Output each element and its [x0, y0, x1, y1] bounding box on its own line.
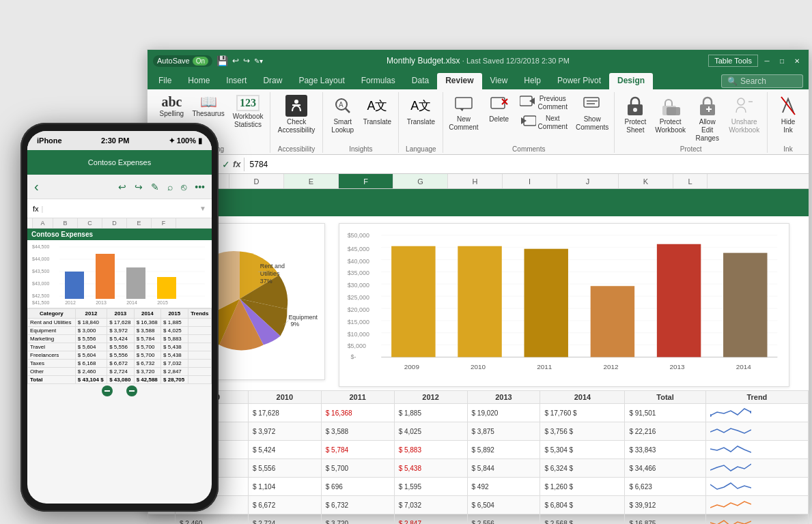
translate-button[interactable]: A文 Translate — [361, 93, 394, 128]
col-header-g[interactable]: G — [393, 174, 448, 188]
tab-draw[interactable]: Draw — [255, 73, 290, 89]
iphone-th-2014: 2014 — [134, 309, 160, 319]
svg-rect-39 — [667, 107, 680, 115]
search-placeholder: Search — [740, 76, 766, 86]
protect-sheet-button[interactable]: ProtectSheet — [620, 93, 650, 136]
redo-icon[interactable]: ↪ — [243, 56, 250, 66]
column-header-row: C D E F G H I J K L — [148, 174, 809, 189]
previous-comment-button[interactable]: PreviousComment — [517, 93, 570, 113]
workbook-stats-button[interactable]: 123 WorkbookStatistics — [230, 93, 266, 130]
iphone-redo-icon[interactable]: ↪ — [135, 181, 143, 192]
excel-window: AutoSave On 💾 ↩ ↪ ✎▾ Monthly Budget.xlsx… — [147, 49, 809, 513]
iphone-battery: ✦ 100% ▮ — [169, 136, 202, 145]
tab-file[interactable]: File — [150, 73, 180, 89]
smart-lookup-button[interactable]: A SmartLookup — [328, 93, 358, 136]
col-header-d[interactable]: D — [229, 174, 284, 188]
iphone-more-icon[interactable]: ••• — [195, 181, 205, 192]
svg-rect-24 — [456, 98, 472, 108]
col-header-h[interactable]: H — [448, 174, 503, 188]
table-row: $ 18,840$ 17,628$ 16,368$ 1,885$ 19,020$… — [148, 404, 809, 422]
svg-text:9%: 9% — [290, 321, 299, 328]
ink-label: Ink — [783, 144, 792, 153]
svg-text:$25,000: $25,000 — [348, 294, 369, 301]
spelling-button[interactable]: abc Spelling — [156, 93, 186, 119]
table-row: $ 1,476$ 1,104$ 696$ 1,595$ 492$ 1,260 $… — [148, 478, 809, 496]
formula-input[interactable]: 5784 — [247, 158, 806, 171]
col-header-e[interactable]: E — [284, 174, 339, 188]
new-comment-button[interactable]: NewComment — [446, 93, 481, 133]
bar-chart-svg: $50,000 $45,000 $40,000 $35,000 $30,000 … — [339, 224, 789, 386]
iphone-col-headers: A B C D E F — [27, 218, 212, 229]
iphone-search-icon[interactable]: ⌕ — [167, 181, 173, 192]
svg-text:$44,000: $44,000 — [32, 257, 49, 261]
check-accessibility-button[interactable]: CheckAccessibility — [275, 93, 318, 136]
tab-formulas[interactable]: Formulas — [353, 73, 404, 89]
language-translate-button[interactable]: A文 Translate — [404, 93, 438, 128]
iphone-row-taxes: Taxes$ 6,168$ 6,672$ 6,732$ 7,032 — [28, 360, 212, 368]
prev-comment-icon — [520, 95, 536, 111]
restore-btn[interactable]: □ — [776, 55, 788, 67]
insert-function-icon[interactable]: fx — [233, 159, 241, 170]
iphone-back-button[interactable]: ‹ — [34, 179, 39, 194]
iphone-pencil-icon[interactable]: ✎ — [151, 181, 159, 192]
table-row: $ 6,168$ 6,672$ 6,732$ 7,032$ 6,504$ 6,8… — [148, 496, 809, 514]
close-btn[interactable]: ✕ — [791, 55, 803, 67]
search-box[interactable]: 🔍 Search — [721, 74, 803, 88]
col-header-k[interactable]: K — [619, 174, 673, 188]
iphone-undo-icon[interactable]: ↩ — [118, 181, 126, 192]
delete-comment-button[interactable]: Delete — [484, 93, 514, 125]
last-saved-text: Last Saved 12/3/2018 2:30 PM — [466, 57, 570, 65]
undo-icon[interactable]: ↩ — [232, 56, 239, 66]
hide-ink-button[interactable]: HideInk — [773, 93, 803, 136]
iphone-title-bar: Contoso Expenses — [27, 150, 212, 175]
thesaurus-button[interactable]: 📖 Thesaurus — [189, 93, 227, 119]
svg-text:2009: 2009 — [404, 363, 420, 370]
unshare-workbook-button[interactable]: UnshareWorkbook — [727, 93, 761, 136]
svg-text:Utilities: Utilities — [260, 270, 280, 277]
tab-data[interactable]: Data — [404, 73, 437, 89]
tab-design[interactable]: Design — [609, 73, 653, 89]
col-header-j[interactable]: J — [557, 174, 619, 188]
ribbon-content: abc Spelling 📖 Thesaurus 123 WorkbookSta… — [148, 89, 809, 154]
autosave-toggle[interactable]: AutoSave On — [153, 55, 212, 67]
svg-rect-12 — [96, 254, 115, 299]
accessibility-label: CheckAccessibility — [278, 118, 315, 134]
confirm-formula-icon[interactable]: ✓ — [222, 159, 230, 170]
iphone-selection-handle — [27, 384, 212, 398]
formula-bar: F22 ✕ ✓ fx 5784 — [148, 155, 809, 174]
iphone-toolbar[interactable]: ‹ ↩ ↪ ✎ ⌕ ⎋ ••• — [27, 175, 212, 199]
minimize-btn[interactable]: ─ — [761, 55, 773, 67]
new-comment-icon — [454, 95, 473, 114]
tab-home[interactable]: Home — [180, 73, 218, 89]
svg-rect-81 — [524, 249, 568, 358]
tab-review[interactable]: Review — [437, 73, 481, 89]
iphone-share-icon[interactable]: ⎋ — [181, 181, 186, 192]
svg-rect-13 — [126, 267, 145, 299]
tab-help[interactable]: Help — [516, 73, 549, 89]
workbook-stats-icon: 123 — [236, 95, 260, 111]
spelling-icon: abc — [161, 95, 182, 108]
protect-workbook-button[interactable]: ProtectWorkbook — [653, 93, 688, 136]
autosave-label: AutoSave — [157, 57, 190, 65]
col-header-f[interactable]: F — [339, 174, 393, 188]
iphone-dropdown-icon[interactable]: ▼ — [199, 205, 206, 212]
tab-page-layout[interactable]: Page Layout — [290, 73, 352, 89]
col-header-i[interactable]: I — [503, 174, 557, 188]
autosave-state[interactable]: On — [193, 57, 208, 66]
next-comment-button[interactable]: NextComment — [517, 113, 570, 132]
show-comments-button[interactable]: ShowComments — [573, 93, 611, 133]
allow-edit-ranges-button[interactable]: Allow EditRanges — [690, 93, 725, 144]
iphone-col-a: A — [33, 218, 53, 228]
iphone-app-title: Contoso Expenses — [88, 158, 151, 166]
th-2012: 2012 — [394, 391, 467, 404]
iphone-chart-area: $44,500 $44,000 $43,500 $43,000 $42,500 … — [27, 240, 212, 308]
tab-power-pivot[interactable]: Power Pivot — [549, 73, 609, 89]
comments-label: Comments — [512, 144, 545, 153]
tab-insert[interactable]: Insert — [218, 73, 255, 89]
save-icon[interactable]: 💾 — [216, 55, 228, 66]
col-header-l[interactable]: L — [673, 174, 708, 188]
data-table-container: 2009 2010 2011 2012 2013 2014 Total Tren… — [148, 390, 809, 524]
customize-icon[interactable]: ✎▾ — [254, 57, 263, 65]
tab-view[interactable]: View — [482, 73, 516, 89]
svg-line-22 — [346, 108, 350, 113]
